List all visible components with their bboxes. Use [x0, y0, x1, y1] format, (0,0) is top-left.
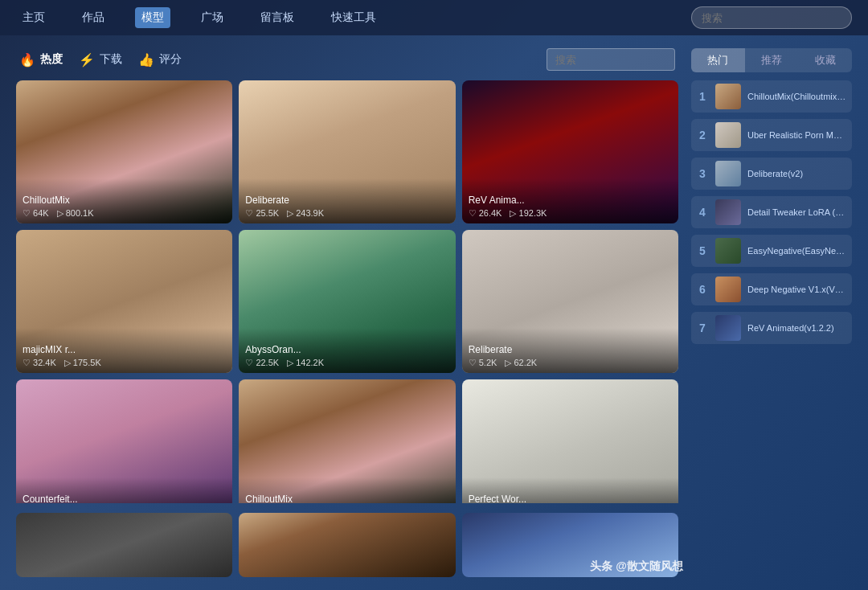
partial-model-card[interactable] — [462, 513, 678, 577]
rank-number: 3 — [696, 167, 709, 180]
rank-thumbnail — [715, 122, 741, 148]
rank-name: ChilloutMix(Chilloutmix-Ni... — [747, 92, 847, 101]
sidebar-tab[interactable]: 热门 — [691, 48, 745, 72]
rank-name: Deliberate(v2) — [747, 169, 847, 178]
ranking-list: 1 ChilloutMix(Chilloutmix-Ni... 2 Uber R… — [691, 80, 852, 344]
likes-stat: ♡ 64K — [23, 208, 49, 219]
card-title: Reliberate — [469, 344, 672, 355]
card-overlay: ChilloutMix ♡ 64K ▷ 800.1K — [16, 178, 232, 223]
card-title: ChilloutMix — [23, 195, 226, 206]
card-overlay: ReV Anima... ♡ 26.4K ▷ 192.3K — [462, 178, 678, 223]
rank-number: 4 — [696, 206, 709, 219]
ranking-item[interactable]: 1 ChilloutMix(Chilloutmix-Ni... — [691, 80, 852, 113]
card-title: ReV Anima... — [469, 195, 672, 206]
nav-guestbook[interactable]: 留言板 — [254, 7, 301, 28]
downloads-stat: ▷ 62.2K — [505, 358, 537, 368]
thumbsup-icon: 👍 — [138, 52, 154, 68]
card-overlay: majicMIX r... ♡ 32.4K ▷ 175.5K — [16, 328, 232, 373]
ranking-item[interactable]: 3 Deliberate(v2) — [691, 158, 852, 190]
ranking-item[interactable]: 4 Detail Tweaker LoRA (细... — [691, 196, 852, 228]
model-card[interactable]: ChilloutMix ♡ 64K ▷ 800.1K — [16, 80, 232, 223]
downloads-stat: ▷ 175.5K — [64, 358, 101, 368]
card-stats: ♡ 32.4K ▷ 175.5K — [23, 358, 226, 368]
rank-thumbnail — [715, 199, 741, 225]
card-title: majicMIX r... — [23, 344, 226, 355]
ranking-item[interactable]: 6 Deep Negative V1.x(V1.75T) — [691, 273, 852, 305]
rank-thumbnail — [715, 161, 741, 186]
rank-name: EasyNegative(EasyNegati... — [747, 246, 847, 256]
nav-home[interactable]: 主页 — [16, 7, 51, 28]
partial-model-card[interactable] — [16, 513, 232, 577]
card-stats: ♡ 64K ▷ 800.1K — [23, 208, 226, 219]
downloads-stat: ▷ 243.9K — [287, 208, 324, 219]
rank-number: 6 — [696, 283, 709, 296]
rank-number: 2 — [696, 129, 709, 141]
likes-stat: ♡ 25.5K — [245, 208, 279, 219]
model-card[interactable]: AbyssOran... ♡ 22.5K ▷ 142.2K — [239, 230, 455, 373]
rank-name: Uber Realistic Porn Merg... — [747, 130, 847, 140]
nav-plaza[interactable]: 广场 — [194, 7, 230, 28]
likes-stat: ♡ 5.2K — [469, 358, 497, 368]
downloads-stat: ▷ 192.3K — [510, 208, 547, 219]
card-overlay: Counterfeit... ♡ 32.8K ▷ 118.6K — [16, 477, 232, 503]
model-card[interactable]: majicMIX r... ♡ 32.4K ▷ 175.5K — [16, 230, 232, 373]
card-overlay: AbyssOran... ♡ 22.5K ▷ 142.2K — [239, 328, 455, 373]
filter-download[interactable]: ⚡ 下载 — [79, 52, 122, 68]
top-navigation: 主页 作品 模型 广场 留言板 快速工具 — [0, 0, 868, 35]
ranking-item[interactable]: 7 ReV Animated(v1.2.2) — [691, 312, 852, 344]
card-stats: ♡ 22.5K ▷ 142.2K — [245, 358, 448, 368]
ranking-item[interactable]: 5 EasyNegative(EasyNegati... — [691, 235, 852, 267]
rank-thumbnail — [715, 238, 741, 264]
card-title: Deliberate — [245, 195, 448, 206]
partial-model-card[interactable] — [239, 513, 455, 577]
model-grid: ChilloutMix ♡ 64K ▷ 800.1K Deliberate ♡ … — [16, 80, 678, 503]
rank-number: 7 — [696, 322, 709, 334]
filter-bar: 🔥 热度 ⚡ 下载 👍 评分 — [16, 48, 678, 71]
nav-models[interactable]: 模型 — [135, 7, 170, 28]
card-title: Perfect Wor... — [469, 494, 672, 503]
card-overlay: ChilloutMix ♡ 64K ▷ 44.8K — [239, 477, 455, 503]
card-title: Counterfeit... — [23, 494, 226, 503]
filter-heat[interactable]: 🔥 热度 — [19, 52, 63, 68]
right-sidebar: 热门推荐收藏 1 ChilloutMix(Chilloutmix-Ni... 2… — [691, 48, 852, 577]
card-title: AbyssOran... — [245, 344, 448, 355]
rank-thumbnail — [715, 315, 741, 341]
card-stats: ♡ 25.5K ▷ 243.9K — [245, 208, 448, 219]
card-title: ChilloutMix — [245, 494, 448, 503]
card-overlay: Reliberate ♡ 5.2K ▷ 62.2K — [462, 328, 678, 373]
rank-thumbnail — [715, 84, 741, 109]
downloads-stat: ▷ 142.2K — [287, 358, 324, 368]
rank-number: 1 — [696, 90, 709, 103]
rank-thumbnail — [715, 277, 741, 302]
sidebar-tab[interactable]: 推荐 — [745, 48, 799, 72]
model-card[interactable]: Perfect Wor... ♡ 37.8K ▷ 111.5K — [462, 379, 678, 503]
card-stats: ♡ 26.4K ▷ 192.3K — [469, 208, 672, 219]
model-card[interactable]: ReV Anima... ♡ 26.4K ▷ 192.3K — [462, 80, 678, 223]
partial-grid — [16, 513, 678, 577]
likes-stat: ♡ 26.4K — [469, 208, 502, 219]
rank-name: Deep Negative V1.x(V1.75T) — [747, 285, 847, 294]
rank-name: ReV Animated(v1.2.2) — [747, 323, 847, 333]
model-search-input[interactable] — [547, 48, 675, 71]
main-container: 🔥 热度 ⚡ 下载 👍 评分 ChilloutMix ♡ 64K ▷ 800.1… — [0, 35, 868, 590]
filter-rating[interactable]: 👍 评分 — [138, 52, 182, 68]
sidebar-tab[interactable]: 收藏 — [798, 48, 852, 72]
lightning-icon: ⚡ — [79, 52, 95, 68]
model-card[interactable]: Deliberate ♡ 25.5K ▷ 243.9K — [239, 80, 455, 223]
rank-number: 5 — [696, 244, 709, 257]
sidebar-tabs: 热门推荐收藏 — [691, 48, 852, 72]
nav-works[interactable]: 作品 — [76, 7, 111, 28]
model-card[interactable]: Counterfeit... ♡ 32.8K ▷ 118.6K — [16, 379, 232, 503]
model-card[interactable]: ChilloutMix ♡ 64K ▷ 44.8K — [239, 379, 455, 503]
downloads-stat: ▷ 800.1K — [57, 208, 94, 219]
content-area: 🔥 热度 ⚡ 下载 👍 评分 ChilloutMix ♡ 64K ▷ 800.1… — [16, 48, 678, 577]
card-stats: ♡ 5.2K ▷ 62.2K — [469, 358, 672, 368]
nav-search-input[interactable] — [691, 6, 852, 29]
card-overlay: Deliberate ♡ 25.5K ▷ 243.9K — [239, 178, 455, 223]
likes-stat: ♡ 32.4K — [23, 358, 56, 368]
likes-stat: ♡ 22.5K — [245, 358, 279, 368]
model-card[interactable]: Reliberate ♡ 5.2K ▷ 62.2K — [462, 230, 678, 373]
nav-tools[interactable]: 快速工具 — [325, 7, 383, 28]
ranking-item[interactable]: 2 Uber Realistic Porn Merg... — [691, 119, 852, 151]
rank-name: Detail Tweaker LoRA (细... — [747, 207, 847, 219]
